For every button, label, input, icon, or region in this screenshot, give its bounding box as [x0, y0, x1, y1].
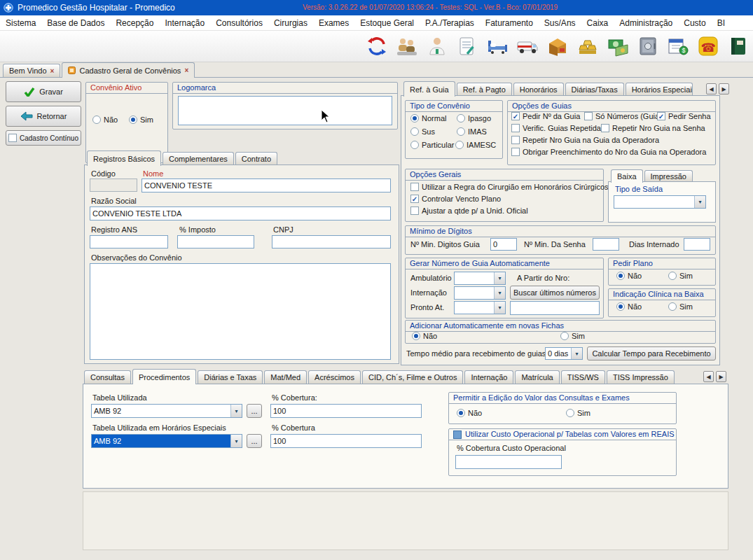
tab-acrescimos[interactable]: Acréscimos	[308, 370, 361, 384]
radio-normal[interactable]: Normal	[410, 114, 446, 122]
bottom-tab-scroll-left-button[interactable]: ◀	[703, 371, 714, 382]
nome-field[interactable]: CONVENIO TESTE	[141, 178, 391, 192]
cobertura1-field[interactable]: 100	[270, 404, 422, 418]
min-digitos-guia-field[interactable]: 0	[490, 238, 517, 251]
custo-operacional-checkbox[interactable]	[453, 430, 462, 439]
ambulance-icon[interactable]	[514, 32, 541, 60]
tab-diarias-e-taxas[interactable]: Diárias e Taxas	[198, 370, 263, 384]
checkbox-ajustar-qtde[interactable]: Ajustar a qtde p/ a Unid. Oficial	[410, 206, 528, 215]
checkbox-controlar-vencto[interactable]: ✓Controlar Vencto Plano	[410, 195, 501, 203]
checkbox-regra-cirurgiao[interactable]: Utilizar a Regra do Cirurgião em Honorár…	[410, 183, 609, 191]
tab-complementares[interactable]: Complementares	[163, 152, 234, 165]
chevron-down-icon[interactable]: ▾	[494, 272, 505, 284]
tab-impressao[interactable]: Impressão	[644, 170, 693, 182]
gold-bars-icon[interactable]	[574, 32, 601, 60]
radio-permitir-nao[interactable]: Não	[457, 409, 482, 417]
stock-box-icon[interactable]	[544, 32, 571, 60]
menu-custo[interactable]: Custo	[678, 18, 711, 28]
money-map-icon[interactable]	[605, 32, 631, 60]
radio-sus[interactable]: Sus	[410, 127, 435, 136]
chevron-down-icon[interactable]: ▾	[694, 196, 705, 208]
chevron-down-icon[interactable]: ▾	[494, 287, 505, 299]
checkbox-repetir-nro-guia-operadora[interactable]: Repetir Nro Guia na Guia da Operadora	[511, 136, 659, 144]
tab-cadastro-convenios[interactable]: Cadastro Geral de Convênios ×	[62, 62, 195, 78]
menu-administracao[interactable]: Administração	[614, 18, 678, 28]
tabela-horarios-browse-button[interactable]: ...	[247, 434, 262, 448]
tab-scroll-right-button[interactable]: ▶	[719, 83, 729, 94]
chevron-down-icon[interactable]: ▾	[494, 302, 505, 314]
ambulatorio-combo[interactable]: ▾	[454, 272, 506, 285]
tab-tiss-impressao[interactable]: TISS Impressão	[607, 370, 675, 384]
hospital-bed-icon[interactable]	[484, 32, 511, 60]
tab-matricula[interactable]: Matrícula	[515, 370, 559, 384]
doctor-icon[interactable]	[424, 32, 450, 60]
menu-sus-ans[interactable]: Sus/Ans	[539, 18, 581, 28]
cnpj-field[interactable]	[272, 235, 391, 248]
radio-particular[interactable]: Particular	[410, 141, 454, 149]
radio-indicacao-sim[interactable]: Sim	[668, 302, 693, 311]
tab-procedimentos[interactable]: Procedimentos	[132, 369, 196, 384]
radio-convenio-nao[interactable]: Não	[92, 115, 118, 124]
menu-recepcao[interactable]: Recepção	[110, 18, 159, 28]
dias-internado-field[interactable]	[684, 238, 710, 251]
radio-adicionar-sim[interactable]: Sim	[560, 332, 585, 340]
menu-cirurgias[interactable]: Cirurgias	[268, 18, 313, 28]
tipo-saida-combo[interactable]: ▾	[614, 195, 706, 209]
tab-scroll-left-button[interactable]: ◀	[706, 83, 717, 94]
menu-bi[interactable]: BI	[712, 18, 731, 28]
radio-pedir-plano-nao[interactable]: Não	[616, 272, 642, 280]
custo-cobertura-field[interactable]	[455, 455, 562, 469]
checkbox-pedir-senha[interactable]: ✓Pedir Senha	[657, 112, 711, 120]
menu-caixa[interactable]: Caixa	[581, 18, 614, 28]
tab-ref-guia[interactable]: Ref. à Guia	[403, 81, 455, 97]
tab-contrato[interactable]: Contrato	[235, 152, 277, 165]
safe-icon[interactable]	[635, 32, 661, 60]
radio-iamesc[interactable]: IAMESC	[455, 141, 496, 149]
tab-cid-chs-filme[interactable]: CID, Ch´s, Filme e Outros	[362, 370, 464, 384]
tab-consultas[interactable]: Consultas	[84, 370, 131, 384]
internacao-combo[interactable]: ▾	[454, 286, 506, 300]
tab-registros-basicos[interactable]: Registros Básicos	[87, 150, 161, 166]
checkbox-so-numeros[interactable]: Só Números (Guia)	[584, 112, 662, 120]
checkbox-obrigar-preenchimento[interactable]: Obrigar Preenchimento do Nro da Guia na …	[511, 148, 706, 156]
medical-notes-icon[interactable]	[454, 32, 481, 60]
tab-internacao-bottom[interactable]: Internação	[464, 370, 513, 384]
checkbox-verific-guias-repetidas[interactable]: Verific. Guias Repetidas	[511, 124, 605, 132]
chevron-down-icon[interactable]: ▾	[571, 348, 582, 359]
close-icon[interactable]: ×	[50, 67, 55, 75]
tabela-horarios-combo[interactable]: AMB 92▾	[91, 434, 242, 448]
tab-ref-pagto[interactable]: Ref. à Pagto	[457, 83, 512, 96]
pronto-at-combo[interactable]: ▾	[454, 301, 506, 314]
razao-social-field[interactable]: CONVENIO TESTE LTDA	[90, 206, 391, 220]
radio-permitir-sim[interactable]: Sim	[566, 409, 590, 417]
menu-base-de-dados[interactable]: Base de Dados	[41, 18, 110, 28]
menu-exames[interactable]: Exames	[313, 18, 354, 28]
reception-group-icon[interactable]	[394, 32, 420, 60]
menu-faturamento[interactable]: Faturamento	[480, 18, 539, 28]
calendar-money-icon[interactable]: $	[665, 32, 691, 60]
ledger-book-icon[interactable]	[725, 32, 752, 60]
radio-pedir-plano-sim[interactable]: Sim	[668, 272, 693, 280]
registro-ans-field[interactable]	[90, 235, 168, 248]
a-partir-nro-field[interactable]	[510, 301, 600, 315]
cobertura2-field[interactable]: 100	[270, 434, 422, 448]
tab-tiss-ws[interactable]: TISS/WS	[561, 370, 605, 384]
menu-pa-terapias[interactable]: P.A./Terapias	[420, 18, 480, 28]
radio-adicionar-nao[interactable]: Não	[412, 332, 437, 340]
menu-internacao[interactable]: Internação	[159, 18, 210, 28]
tabela-utilizada-combo[interactable]: AMB 92▾	[91, 404, 242, 418]
tab-honorarios[interactable]: Honorários	[513, 83, 564, 96]
calcular-tempo-button[interactable]: Calcular Tempo para Recebimento	[587, 346, 716, 360]
checkbox-pedir-numero-guia[interactable]: ✓Pedir Nº da Guia	[511, 112, 580, 120]
imposto-field[interactable]	[177, 235, 254, 248]
tempo-medio-combo[interactable]: 0 dias▾	[545, 347, 583, 360]
radio-indicacao-nao[interactable]: Não	[616, 302, 642, 311]
tabela-browse-button[interactable]: ...	[247, 404, 262, 418]
sync-contacts-icon[interactable]	[364, 32, 390, 60]
min-senha-field[interactable]	[593, 238, 619, 251]
chevron-down-icon[interactable]: ▾	[230, 405, 242, 417]
buscar-ultimos-numeros-button[interactable]: Buscar últimos números	[510, 286, 600, 300]
bottom-tab-scroll-right-button[interactable]: ▶	[716, 371, 726, 382]
close-icon[interactable]: ×	[184, 66, 188, 74]
gravar-button[interactable]: Gravar	[6, 81, 81, 102]
